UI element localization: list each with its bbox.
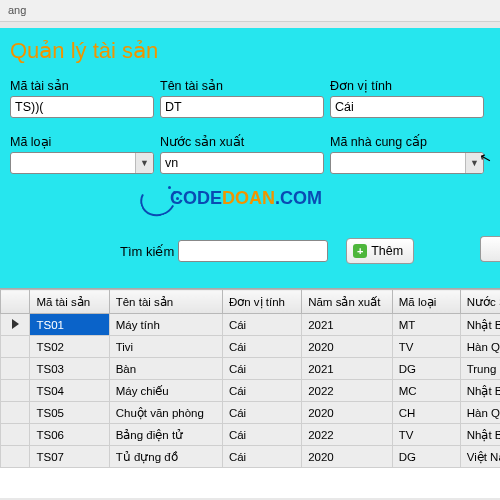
table-row[interactable]: TS05Chuột văn phòngCái2020CHHàn Quố	[1, 402, 501, 424]
row-header[interactable]	[1, 446, 30, 468]
grid-cell[interactable]: 2022	[302, 424, 393, 446]
grid-cell[interactable]: Máy chiếu	[109, 380, 222, 402]
label-ma-loai: Mã loại	[10, 134, 154, 149]
grid-cell[interactable]: 2021	[302, 314, 393, 336]
grid-cell[interactable]: DG	[392, 446, 460, 468]
grid-cell[interactable]: Bàn	[109, 358, 222, 380]
row-header[interactable]	[1, 314, 30, 336]
grid-cell[interactable]: Cái	[222, 446, 301, 468]
chevron-down-icon[interactable]: ▼	[135, 153, 153, 173]
grid-cell[interactable]: TS03	[30, 358, 109, 380]
table-row[interactable]: TS01Máy tínhCái2021MTNhật Bả	[1, 314, 501, 336]
grid-column-header[interactable]: Mã loại	[392, 290, 460, 314]
grid-cell[interactable]: 2020	[302, 336, 393, 358]
row-header[interactable]	[1, 402, 30, 424]
grid-cell[interactable]: 2020	[302, 402, 393, 424]
label-nuoc-san-xuat: Nước sản xuất	[160, 134, 324, 149]
table-row[interactable]: TS07Tủ đựng đồCái2020DGViệt Na	[1, 446, 501, 468]
grid-cell[interactable]: Nhật Bả	[460, 314, 500, 336]
grid-cell[interactable]: Trung Qu	[460, 358, 500, 380]
data-grid[interactable]: Mã tài sảnTên tài sảnĐơn vị tínhNăm sản …	[0, 288, 500, 498]
grid-cell[interactable]: Cái	[222, 336, 301, 358]
input-ten-tai-san[interactable]	[160, 96, 324, 118]
grid-cell[interactable]: Tủ đựng đồ	[109, 446, 222, 468]
table-row[interactable]: TS04Máy chiếuCái2022MCNhật Bả	[1, 380, 501, 402]
grid-corner	[1, 290, 30, 314]
input-don-vi-tinh[interactable]	[330, 96, 484, 118]
window-title: ang	[8, 4, 26, 16]
grid-cell[interactable]: CH	[392, 402, 460, 424]
input-nuoc-san-xuat[interactable]	[160, 152, 324, 174]
grid-cell[interactable]: MT	[392, 314, 460, 336]
grid-cell[interactable]: Cái	[222, 380, 301, 402]
label-don-vi-tinh: Đơn vị tính	[330, 78, 484, 93]
grid-cell[interactable]: Tivi	[109, 336, 222, 358]
grid-cell[interactable]: Máy tính	[109, 314, 222, 336]
search-row: Tìm kiếm + Thêm	[0, 238, 500, 264]
grid-column-header[interactable]: Đơn vị tính	[222, 290, 301, 314]
grid-cell[interactable]: TS06	[30, 424, 109, 446]
grid-cell[interactable]: 2020	[302, 446, 393, 468]
grid-cell[interactable]: TS02	[30, 336, 109, 358]
grid-cell[interactable]: TV	[392, 424, 460, 446]
form-panel: Quản lý tài sản Mã tài sản Tên tài sản Đ…	[0, 28, 500, 288]
grid-cell[interactable]: Nhật Bả	[460, 424, 500, 446]
page-title: Quản lý tài sản	[10, 38, 490, 64]
input-tim-kiem[interactable]	[178, 240, 328, 262]
grid-cell[interactable]: Cái	[222, 358, 301, 380]
grid-cell[interactable]: Chuột văn phòng	[109, 402, 222, 424]
app-window: ang Quản lý tài sản Mã tài sản Tên tài s…	[0, 0, 500, 500]
window-titlebar: ang	[0, 0, 500, 22]
grid-cell[interactable]: TV	[392, 336, 460, 358]
grid-cell[interactable]: TS01	[30, 314, 109, 336]
grid-cell[interactable]: 2021	[302, 358, 393, 380]
grid-cell[interactable]: Cái	[222, 424, 301, 446]
table-row[interactable]: TS06Bảng điện tửCái2022TVNhật Bả	[1, 424, 501, 446]
grid-cell[interactable]: Nhật Bả	[460, 380, 500, 402]
grid-cell[interactable]: Hàn Quố	[460, 336, 500, 358]
grid-column-header[interactable]: Tên tài sản	[109, 290, 222, 314]
row-header[interactable]	[1, 336, 30, 358]
chevron-down-icon[interactable]: ▼	[465, 153, 483, 173]
combo-ma-loai[interactable]	[10, 152, 154, 174]
grid-cell[interactable]: Bảng điện tử	[109, 424, 222, 446]
grid-cell[interactable]: TS07	[30, 446, 109, 468]
grid-cell[interactable]: Hàn Quố	[460, 402, 500, 424]
plus-icon: +	[353, 244, 367, 258]
watermark-logo: CODEDOAN.COM	[170, 188, 322, 209]
grid-cell[interactable]: 2022	[302, 380, 393, 402]
form-row-2: Mã loại ▼ Nước sản xuất Mã nhà cung cấp …	[10, 134, 490, 174]
input-ma-tai-san[interactable]	[10, 96, 154, 118]
label-ten-tai-san: Tên tài sản	[160, 78, 324, 93]
add-button-label: Thêm	[371, 244, 403, 258]
grid-cell[interactable]: Việt Na	[460, 446, 500, 468]
table-row[interactable]: TS03BànCái2021DGTrung Qu	[1, 358, 501, 380]
form-row-1: Mã tài sản Tên tài sản Đơn vị tính	[10, 78, 490, 118]
row-header[interactable]	[1, 358, 30, 380]
label-ma-tai-san: Mã tài sản	[10, 78, 154, 93]
grid-column-header[interactable]: Nước S	[460, 290, 500, 314]
grid-cell[interactable]: DG	[392, 358, 460, 380]
label-tim-kiem: Tìm kiếm	[120, 244, 174, 259]
row-pointer-icon	[12, 319, 19, 329]
label-ma-nha-cung-cap: Mã nhà cung cấp	[330, 134, 484, 149]
grid-cell[interactable]: TS04	[30, 380, 109, 402]
add-button[interactable]: + Thêm	[346, 238, 414, 264]
grid-cell[interactable]: TS05	[30, 402, 109, 424]
row-header[interactable]	[1, 424, 30, 446]
combo-ma-nha-cung-cap[interactable]	[330, 152, 484, 174]
grid-column-header[interactable]: Năm sản xuất	[302, 290, 393, 314]
grid-column-header[interactable]: Mã tài sản	[30, 290, 109, 314]
edit-button-partial[interactable]	[480, 236, 500, 262]
grid-cell[interactable]: Cái	[222, 314, 301, 336]
grid-cell[interactable]: MC	[392, 380, 460, 402]
grid-cell[interactable]: Cái	[222, 402, 301, 424]
table-row[interactable]: TS02TiviCái2020TVHàn Quố	[1, 336, 501, 358]
row-header[interactable]	[1, 380, 30, 402]
